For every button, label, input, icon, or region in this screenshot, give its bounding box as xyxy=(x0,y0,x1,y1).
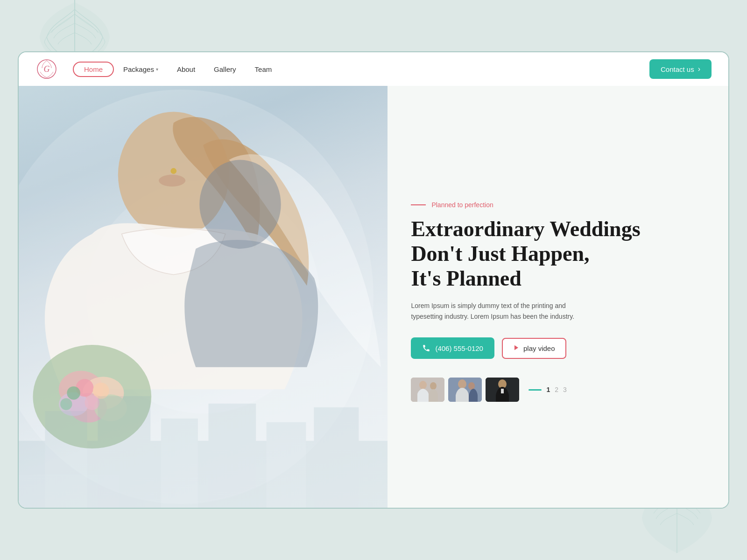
navbar: G Home Packages ▾ About Gallery xyxy=(19,52,728,86)
phone-icon xyxy=(422,344,430,352)
thumbnails: 1 2 3 xyxy=(411,378,705,402)
svg-point-18 xyxy=(159,175,185,186)
svg-point-17 xyxy=(170,168,176,174)
svg-text:G: G xyxy=(44,64,50,74)
phone-button[interactable]: (406) 555-0120 xyxy=(411,337,494,359)
play-icon xyxy=(513,344,520,352)
svg-rect-20 xyxy=(45,411,87,508)
hero-buttons: (406) 555-0120 play video xyxy=(411,337,705,359)
thumb-1-img xyxy=(411,378,444,402)
hero-description: Lorem Ipsum is simply dummy text of the … xyxy=(411,301,588,323)
svg-rect-38 xyxy=(486,378,519,402)
nav-about[interactable]: About xyxy=(168,62,204,77)
hero-title: Extraordinary Weddings Don't Just Happen… xyxy=(411,217,705,291)
pagination-line xyxy=(529,389,542,391)
svg-rect-22 xyxy=(161,419,198,508)
svg-rect-34 xyxy=(448,378,482,402)
logo-icon: G xyxy=(35,58,58,80)
thumb-2-img xyxy=(448,378,482,402)
svg-marker-26 xyxy=(514,345,518,350)
chevron-down-icon: ▾ xyxy=(156,67,158,72)
svg-rect-23 xyxy=(208,404,256,508)
tagline-line xyxy=(411,204,426,205)
arrow-right-icon: › xyxy=(698,65,700,73)
contact-button[interactable]: Contact us › xyxy=(649,59,712,79)
svg-rect-21 xyxy=(98,396,150,508)
main-card: G Home Packages ▾ About Gallery xyxy=(18,51,729,509)
thumb-3-img xyxy=(486,378,519,402)
thumbnail-3[interactable] xyxy=(486,378,519,402)
hero-section: Planned to perfection Extraordinary Wedd… xyxy=(19,86,728,508)
nav-packages[interactable]: Packages ▾ xyxy=(114,62,168,77)
logo[interactable]: G xyxy=(35,58,58,80)
svg-rect-25 xyxy=(314,407,359,508)
tagline-text: Planned to perfection xyxy=(431,201,493,209)
svg-rect-30 xyxy=(411,378,444,402)
hero-image-area xyxy=(19,86,388,508)
pagination: 1 2 3 xyxy=(529,386,566,393)
background-scenery xyxy=(19,381,388,508)
nav-home[interactable]: Home xyxy=(73,62,114,77)
page-number-1[interactable]: 1 xyxy=(546,386,550,393)
nav-team[interactable]: Team xyxy=(246,62,282,77)
svg-rect-24 xyxy=(267,422,306,508)
tagline: Planned to perfection xyxy=(411,201,705,209)
nav-links: Home Packages ▾ About Gallery Team xyxy=(73,62,649,77)
page-number-3[interactable]: 3 xyxy=(563,386,567,393)
play-video-button[interactable]: play video xyxy=(502,338,566,359)
nav-gallery[interactable]: Gallery xyxy=(204,62,246,77)
thumbnail-1[interactable] xyxy=(411,378,444,402)
thumbnail-2[interactable] xyxy=(448,378,482,402)
svg-point-16 xyxy=(199,160,281,249)
page-number-2[interactable]: 2 xyxy=(555,386,558,393)
play-triangle-icon xyxy=(513,344,520,351)
hero-content: Planned to perfection Extraordinary Wedd… xyxy=(388,86,728,508)
